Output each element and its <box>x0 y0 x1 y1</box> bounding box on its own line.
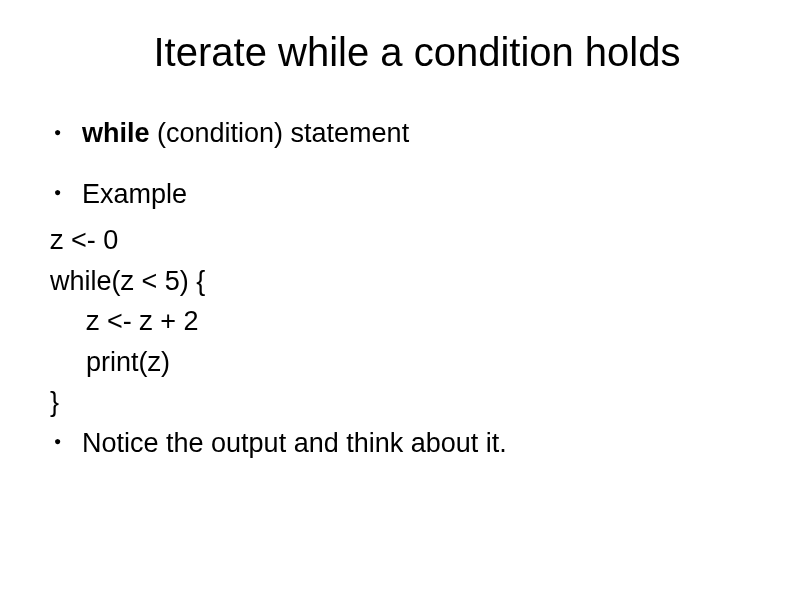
bullet-1-bold: while <box>82 118 150 148</box>
slide: Iterate while a condition holds while (c… <box>0 0 794 595</box>
bullet-item-3: Notice the output and think about it. <box>50 423 744 464</box>
bullet-text-2: Example <box>82 174 744 215</box>
bullet-item-2: Example <box>50 174 744 215</box>
bullet-icon <box>50 113 82 154</box>
bullet-text-3: Notice the output and think about it. <box>82 423 744 464</box>
code-line-1: z <- 0 <box>50 220 744 261</box>
code-line-4: print(z) <box>50 342 744 383</box>
code-line-2: while(z < 5) { <box>50 261 744 302</box>
code-line-5: } <box>50 382 744 423</box>
code-line-3: z <- z + 2 <box>50 301 744 342</box>
slide-body: while (condition) statement Example z <-… <box>50 113 744 463</box>
bullet-icon <box>50 174 82 215</box>
slide-title: Iterate while a condition holds <box>50 30 744 75</box>
bullet-1-rest: (condition) statement <box>150 118 410 148</box>
bullet-item-1: while (condition) statement <box>50 113 744 154</box>
bullet-text-1: while (condition) statement <box>82 113 744 154</box>
bullet-icon <box>50 423 82 464</box>
